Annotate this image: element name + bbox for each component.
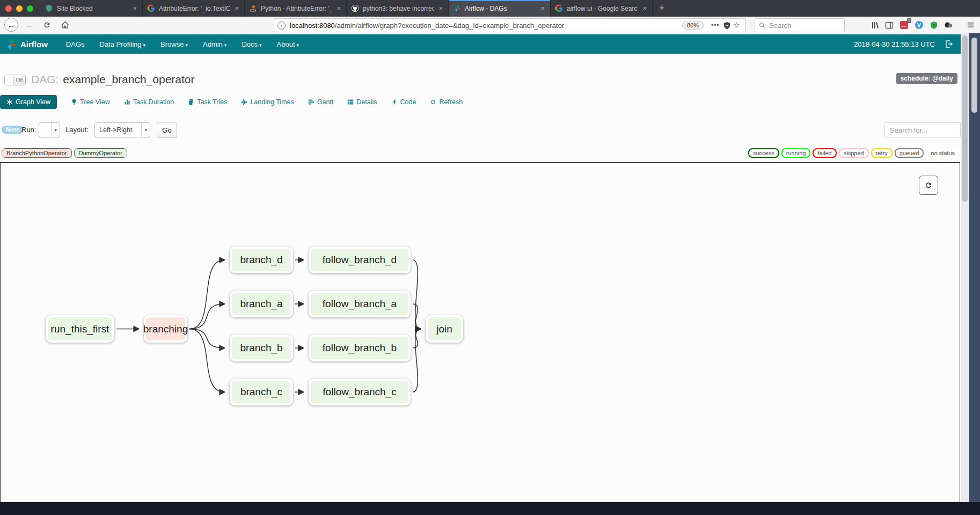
dag-node-follow_branch_c[interactable]: follow_branch_c — [309, 379, 411, 405]
schedule-badge: schedule: @daily — [896, 73, 957, 84]
operator-legend-DummyOperator: DummyOperator — [74, 148, 127, 158]
dag-pause-toggle[interactable]: Off — [4, 75, 26, 85]
task-search-input[interactable]: Search for... — [884, 122, 961, 137]
account-extension-icon[interactable] — [944, 20, 953, 30]
close-icon[interactable]: × — [437, 4, 444, 12]
airflow-page: Airflow DAGsData Profiling▾Browse▾Admin▾… — [0, 33, 969, 502]
caret-down-icon: ▾ — [224, 42, 227, 48]
tab-code[interactable]: Code — [391, 98, 416, 106]
tab-landing-times[interactable]: Landing Times — [241, 98, 294, 106]
dag-node-branch_a[interactable]: branch_a — [230, 291, 293, 317]
reload-icon[interactable] — [40, 21, 54, 29]
view-tab-label: Task Duration — [133, 98, 174, 106]
view-tab-label: Landing Times — [250, 98, 294, 106]
desktop-bottom-strip — [0, 502, 980, 515]
search-placeholder: Search — [769, 21, 791, 30]
close-icon[interactable]: × — [233, 4, 240, 12]
view-tab-label: Graph View — [16, 98, 50, 106]
shield-icon — [45, 4, 53, 12]
align-left-icon — [308, 99, 315, 105]
close-icon[interactable]: × — [335, 4, 342, 12]
zoom-window-button[interactable] — [27, 5, 33, 12]
status-legend: successrunningfailedskippedretryqueuedno… — [748, 148, 960, 158]
sidebar-icon[interactable] — [885, 21, 894, 30]
scrollbar-thumb[interactable] — [962, 35, 968, 202]
dag-graph-canvas[interactable]: run_this_firstbranchingbranch_dbranch_ab… — [0, 162, 960, 506]
run-select[interactable]: ▾ — [39, 122, 60, 137]
page-scrollbar[interactable] — [961, 33, 969, 502]
layout-select-value: Left->Right — [95, 126, 133, 134]
bolt-icon — [391, 99, 398, 105]
nav-item-dags[interactable]: DAGs — [58, 40, 92, 48]
menu-icon[interactable] — [967, 21, 975, 29]
dag-node-run_this_first[interactable]: run_this_first — [46, 315, 114, 343]
tab-task-tries[interactable]: Task Tries — [188, 98, 227, 106]
tab-airflow-ui-search[interactable]: airflow ui - Google Search × — [551, 0, 653, 17]
tab-gantt[interactable]: Gantt — [308, 98, 334, 106]
dag-node-follow_branch_b[interactable]: follow_branch_b — [309, 335, 411, 361]
tab-graph-view[interactable]: Graph View — [0, 95, 57, 109]
tab-airflow-dags[interactable]: Airflow - DAGs × — [449, 0, 551, 17]
home-icon[interactable] — [58, 21, 72, 29]
page-actions-icon[interactable]: ••• — [711, 21, 720, 29]
dag-title-row: Off DAG:example_branch_operator schedule… — [0, 73, 961, 88]
dag-node-follow_branch_d[interactable]: follow_branch_d — [309, 246, 411, 273]
view-tab-label: Details — [356, 98, 377, 106]
dag-node-join[interactable]: join — [426, 315, 463, 343]
button-refresh[interactable]: Refresh — [430, 98, 463, 106]
zoom-level-badge[interactable]: 80% — [682, 21, 704, 30]
url-path: /admin/airflow/graph?execution_date=&dag… — [335, 21, 564, 30]
nav-item-browse[interactable]: Browse▾ — [153, 40, 195, 48]
nav-item-data-profiling[interactable]: Data Profiling▾ — [92, 40, 153, 48]
close-icon[interactable]: × — [641, 4, 648, 12]
tab-attributeerror[interactable]: AttributeError: '_io.TextIOWrapp × — [143, 0, 245, 17]
status-legend-success: success — [748, 148, 779, 158]
nav-item-docs[interactable]: Docs▾ — [234, 40, 269, 48]
url-bar[interactable]: i localhost:8080/admin/airflow/graph?exe… — [274, 18, 746, 32]
status-legend-running: running — [781, 148, 811, 158]
dag-node-follow_branch_a[interactable]: follow_branch_a — [309, 291, 411, 317]
close-icon[interactable]: × — [539, 4, 546, 12]
new-tab-button[interactable]: + — [653, 0, 671, 17]
layout-select[interactable]: Left->Right ▾ — [94, 122, 150, 137]
browser-search-field[interactable]: Search — [755, 18, 845, 32]
minimize-window-button[interactable] — [16, 5, 23, 12]
nav-item-admin[interactable]: Admin▾ — [195, 40, 234, 48]
back-icon[interactable]: ← — [4, 18, 18, 32]
operator-legend: BranchPythonOperatorDummyOperator — [2, 148, 127, 158]
tab-details[interactable]: Details — [347, 98, 377, 106]
nav-item-about[interactable]: About▾ — [269, 40, 307, 48]
copy-icon — [188, 99, 194, 105]
dag-node-branch_c[interactable]: branch_c — [230, 379, 293, 405]
toggle-state-label: Off — [13, 75, 25, 85]
green-shield-extension-icon[interactable] — [930, 21, 938, 30]
go-button[interactable]: Go — [157, 122, 177, 138]
airflow-brand[interactable]: Airflow — [4, 38, 48, 50]
blue-extension-icon[interactable] — [915, 20, 924, 30]
tab-python-attributeerror[interactable]: Python - AttributeError: '_io.Tex × — [245, 0, 347, 17]
status-legend-no-status: no status — [926, 148, 960, 158]
close-icon[interactable]: × — [131, 4, 138, 12]
bookmark-star-icon[interactable]: ☆ — [733, 20, 740, 30]
tab-site-blocked[interactable]: Site Blocked × — [41, 0, 143, 17]
tab-title: AttributeError: '_io.TextIOWrapp — [159, 5, 230, 12]
tab-task-duration[interactable]: Task Duration — [124, 98, 174, 106]
airflow-menu: DAGsData Profiling▾Browse▾Admin▾Docs▾Abo… — [58, 40, 306, 48]
window-controls — [0, 0, 41, 17]
forward-icon[interactable]: → — [23, 20, 35, 30]
page-title: DAG:example_branch_operator — [31, 73, 195, 86]
library-icon[interactable] — [871, 21, 879, 30]
dag-node-branching[interactable]: branching — [144, 315, 187, 343]
tab-python3-behave[interactable]: python3: behave incorrectly mo × — [347, 0, 449, 17]
info-icon[interactable]: i — [277, 21, 286, 30]
dag-node-branch_d[interactable]: branch_d — [230, 246, 293, 273]
airflow-navbar: Airflow DAGsData Profiling▾Browse▾Admin▾… — [0, 34, 961, 54]
tab-tree-view[interactable]: Tree View — [71, 98, 110, 106]
pocket-shield-icon[interactable] — [723, 21, 731, 30]
adblock-extension-icon[interactable]: 1 — [899, 20, 909, 30]
close-window-button[interactable] — [5, 5, 12, 12]
dag-node-branch_b[interactable]: branch_b — [230, 335, 293, 361]
logout-icon[interactable] — [945, 40, 953, 48]
run-state-badge: None — [2, 126, 24, 134]
graph-refresh-button[interactable] — [919, 176, 938, 195]
